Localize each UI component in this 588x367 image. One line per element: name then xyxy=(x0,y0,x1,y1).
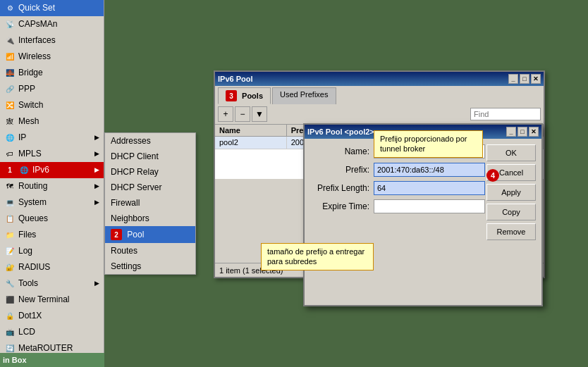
submenu-item-dhcp-server[interactable]: DHCP Server xyxy=(105,180,195,195)
apply-button[interactable]: Apply xyxy=(486,184,536,201)
sidebar-item-routing[interactable]: 🗺 Routing ▶ xyxy=(0,178,104,194)
tools-arrow: ▶ xyxy=(94,280,99,287)
app-bottom-label: in Box xyxy=(3,356,27,364)
quick-set-icon: ⚙ xyxy=(4,2,16,13)
submenu-item-dhcp-client[interactable]: DHCP Client xyxy=(105,149,195,164)
remove-button-dialog[interactable]: Remove xyxy=(486,223,536,240)
ipv6-arrow: ▶ xyxy=(94,166,99,173)
mesh-icon: 🕸 xyxy=(4,116,16,127)
sidebar-item-bridge[interactable]: 🌉 Bridge xyxy=(0,65,104,81)
tooltip-tunnel-broker: Prefijo proporcionado por tunnel broker xyxy=(374,130,483,158)
sidebar-item-log[interactable]: 📝 Log xyxy=(0,243,104,259)
mpls-icon: 🏷 xyxy=(4,148,16,159)
submenu-item-settings[interactable]: Settings xyxy=(105,259,195,274)
ip-arrow: ▶ xyxy=(94,134,99,141)
routing-arrow: ▶ xyxy=(94,182,99,189)
queues-icon: 📋 xyxy=(4,213,16,224)
sidebar-item-tools[interactable]: 🔧 Tools ▶ xyxy=(0,275,104,292)
label-name: Name: xyxy=(310,147,374,156)
ipv6-pool-titlebar: IPv6 Pool _ □ ✕ xyxy=(215,72,544,86)
submenu-item-addresses[interactable]: Addresses xyxy=(105,133,195,149)
tooltip-prefix-size: tamaño de prefijo a entregar para subred… xyxy=(261,243,374,270)
close-button[interactable]: ✕ xyxy=(531,74,541,84)
dialog-buttons: OK Cancel Apply Copy Remove xyxy=(486,144,536,240)
dialog-close[interactable]: ✕ xyxy=(529,127,539,137)
sidebar-item-lcd[interactable]: 📺 LCD xyxy=(0,324,104,340)
label-prefix-length: Prefix Length: xyxy=(310,183,374,193)
submenu-item-routes[interactable]: Routes xyxy=(105,243,195,259)
submenu-item-firewall[interactable]: Firewall xyxy=(105,195,195,211)
files-icon: 📁 xyxy=(4,229,16,240)
input-expire[interactable] xyxy=(374,199,485,213)
badge-3: 3 xyxy=(226,90,237,101)
tab-pools[interactable]: 3 Pools xyxy=(218,87,271,104)
sidebar-item-queues[interactable]: 📋 Queues xyxy=(0,211,104,227)
tab-used-prefixes[interactable]: Used Prefixes xyxy=(272,87,336,104)
sidebar-item-ip[interactable]: 🌐 IP ▶ xyxy=(0,130,104,146)
radius-icon: 🔐 xyxy=(4,261,16,273)
sidebar-item-dot1x[interactable]: 🔒 Dot1X xyxy=(0,308,104,324)
col-name: Name xyxy=(215,125,287,136)
remove-button[interactable]: − xyxy=(235,106,250,122)
sidebar-item-capsman[interactable]: 📡 CAPsMAn xyxy=(0,16,104,32)
dialog-controls: _ □ ✕ xyxy=(506,127,539,137)
sidebar-item-switch[interactable]: 🔀 Switch xyxy=(0,97,104,113)
add-button[interactable]: + xyxy=(218,106,233,122)
label-expire: Expire Time: xyxy=(310,201,374,211)
titlebar-controls: _ □ ✕ xyxy=(508,74,541,84)
copy-button[interactable]: Copy xyxy=(486,204,536,220)
bridge-icon: 🌉 xyxy=(4,67,16,78)
metarouter-icon: 🔄 xyxy=(4,342,16,354)
maximize-button[interactable]: □ xyxy=(520,74,529,84)
submenu-item-pool[interactable]: 2 Pool xyxy=(105,226,195,243)
badge-2: 2 xyxy=(111,229,122,240)
sidebar-item-quick-set[interactable]: ⚙ Quick Set xyxy=(0,0,104,16)
switch-icon: 🔀 xyxy=(4,99,16,111)
ip-icon: 🌐 xyxy=(4,132,16,143)
sidebar-item-radius[interactable]: 🔐 RADIUS xyxy=(0,259,104,275)
dialog-minimize[interactable]: _ xyxy=(506,127,516,137)
form-row-prefix-length: Prefix Length: xyxy=(310,181,485,195)
submenu-item-dhcp-relay[interactable]: DHCP Relay xyxy=(105,164,195,180)
system-arrow: ▶ xyxy=(94,199,99,206)
sidebar-item-interfaces[interactable]: 🔌 Interfaces xyxy=(0,32,104,49)
window-tabs: 3 Pools Used Prefixes xyxy=(215,86,544,104)
sidebar: ⚙ Quick Set 📡 CAPsMAn 🔌 Interfaces 📶 Wir… xyxy=(0,0,104,367)
lcd-icon: 📺 xyxy=(4,326,16,337)
ipv6-icon: 🌐 xyxy=(18,164,30,175)
filter-button[interactable]: ▼ xyxy=(252,106,267,122)
app-bottom-bar: in Box xyxy=(0,353,104,367)
sidebar-item-ipv6[interactable]: 1 🌐 IPv6 ▶ xyxy=(0,162,104,178)
sidebar-item-system[interactable]: 💻 System ▶ xyxy=(0,194,104,211)
window-toolbar: + − ▼ xyxy=(215,104,544,125)
dot1x-icon: 🔒 xyxy=(4,310,16,321)
sidebar-item-ppp[interactable]: 🔗 PPP xyxy=(0,81,104,97)
routing-icon: 🗺 xyxy=(4,180,16,192)
row-name: pool2 xyxy=(215,137,287,149)
find-input[interactable] xyxy=(470,108,541,120)
log-icon: 📝 xyxy=(4,245,16,256)
capsman-icon: 📡 xyxy=(4,18,16,30)
sidebar-item-wireless[interactable]: 📶 Wireless xyxy=(0,49,104,65)
sidebar-item-mpls[interactable]: 🏷 MPLS ▶ xyxy=(0,146,104,162)
tools-icon: 🔧 xyxy=(4,278,16,289)
find-field xyxy=(470,108,541,120)
wireless-icon: 📶 xyxy=(4,51,16,62)
ppp-icon: 🔗 xyxy=(4,83,16,94)
interfaces-icon: 🔌 xyxy=(4,35,16,46)
input-prefix-length[interactable] xyxy=(374,181,485,195)
submenu-item-neighbors[interactable]: Neighbors xyxy=(105,211,195,226)
sidebar-item-mesh[interactable]: 🕸 Mesh xyxy=(0,113,104,130)
sidebar-item-new-terminal[interactable]: ⬛ New Terminal xyxy=(0,292,104,308)
input-prefix[interactable] xyxy=(374,163,485,177)
dialog-maximize[interactable]: □ xyxy=(517,127,527,137)
label-prefix: Prefix: xyxy=(310,165,374,175)
form-row-expire: Expire Time: xyxy=(310,199,485,213)
mpls-arrow: ▶ xyxy=(94,150,99,157)
sidebar-item-files[interactable]: 📁 Files xyxy=(0,227,104,243)
form-row-prefix: Prefix: xyxy=(310,163,485,177)
badge-1: 1 xyxy=(4,164,16,175)
badge-4: 4 xyxy=(486,169,499,182)
ok-button[interactable]: OK xyxy=(486,144,536,161)
minimize-button[interactable]: _ xyxy=(508,74,518,84)
